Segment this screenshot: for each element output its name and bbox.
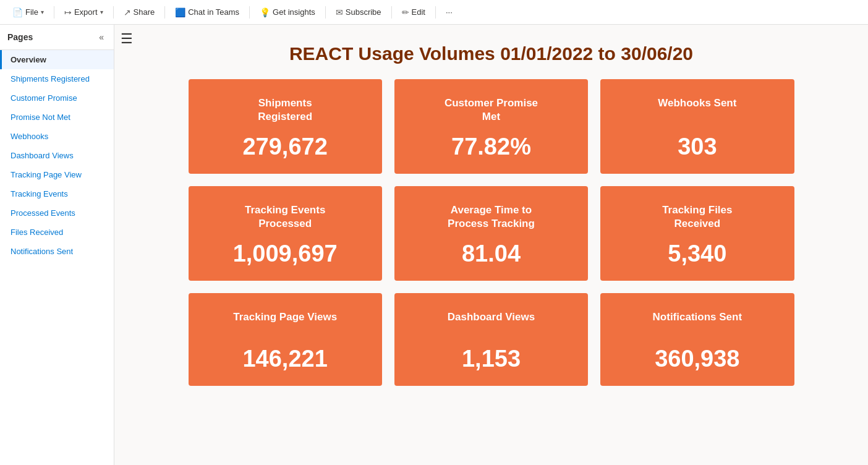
export-icon: ↦ bbox=[64, 7, 72, 17]
teams-icon: 🟦 bbox=[175, 7, 185, 17]
kpi-label-notifications-sent: Notifications Sent bbox=[653, 310, 742, 324]
export-chevron-icon: ▾ bbox=[100, 9, 103, 15]
divider-3 bbox=[164, 6, 165, 19]
kpi-card-webhooks-sent: Webhooks Sent 303 bbox=[600, 79, 794, 174]
edit-icon: ✏ bbox=[402, 7, 409, 17]
sidebar-title: Pages bbox=[7, 32, 33, 42]
kpi-value-notifications-sent: 360,938 bbox=[655, 346, 739, 372]
edit-label: Edit bbox=[412, 7, 425, 17]
sidebar-item-notifications-sent[interactable]: Notifications Sent bbox=[0, 242, 114, 261]
kpi-label-dashboard-views: Dashboard Views bbox=[448, 310, 535, 324]
sidebar-item-customer-promise[interactable]: Customer Promise bbox=[0, 88, 114, 108]
kpi-card-tracking-events-processed: Tracking EventsProcessed 1,009,697 bbox=[189, 186, 382, 281]
kpi-label-tracking-files-received: Tracking FilesReceived bbox=[662, 203, 732, 231]
share-label: Share bbox=[134, 7, 155, 17]
kpi-value-shipments-registered: 279,672 bbox=[242, 134, 327, 160]
kpi-value-tracking-files-received: 5,340 bbox=[668, 241, 726, 267]
kpi-value-customer-promise-met: 77.82% bbox=[451, 134, 531, 160]
kpi-label-webhooks-sent: Webhooks Sent bbox=[658, 96, 736, 110]
divider-2 bbox=[113, 6, 114, 19]
kpi-card-avg-time-process: Average Time toProcess Tracking 81.04 bbox=[394, 186, 588, 281]
kpi-value-tracking-events-processed: 1,009,697 bbox=[233, 241, 338, 267]
subscribe-button[interactable]: ✉ Subscribe bbox=[331, 5, 386, 20]
file-icon: 📄 bbox=[12, 7, 23, 17]
hamburger-button[interactable]: ☰ bbox=[121, 31, 133, 47]
kpi-grid: ShipmentsRegistered 279,672 Customer Pro… bbox=[189, 79, 794, 386]
insights-icon: 💡 bbox=[260, 7, 270, 17]
divider-7 bbox=[435, 6, 436, 19]
sidebar-item-dashboard-views[interactable]: Dashboard Views bbox=[0, 146, 114, 165]
sidebar-collapse-button[interactable]: « bbox=[96, 31, 106, 43]
sidebar-item-files-received[interactable]: Files Received bbox=[0, 223, 114, 242]
share-button[interactable]: ↗ Share bbox=[119, 5, 160, 20]
sidebar-item-shipments-registered[interactable]: Shipments Registered bbox=[0, 69, 114, 88]
divider-1 bbox=[54, 6, 54, 19]
toolbar: 📄 File ▾ ↦ Export ▾ ↗ Share 🟦 Chat in Te… bbox=[0, 0, 868, 25]
kpi-card-shipments-registered: ShipmentsRegistered 279,672 bbox=[189, 79, 382, 174]
export-label: Export bbox=[74, 7, 98, 17]
sidebar-item-webhooks[interactable]: Webhooks bbox=[0, 127, 114, 146]
sidebar-item-promise-not-met[interactable]: Promise Not Met bbox=[0, 108, 114, 127]
sidebar-item-tracking-page-view[interactable]: Tracking Page View bbox=[0, 165, 114, 184]
kpi-label-tracking-page-views: Tracking Page Views bbox=[233, 310, 337, 324]
chat-teams-button[interactable]: 🟦 Chat in Teams bbox=[170, 5, 244, 20]
file-label: File bbox=[25, 7, 38, 17]
kpi-card-dashboard-views: Dashboard Views 1,153 bbox=[394, 293, 588, 386]
kpi-value-tracking-page-views: 146,221 bbox=[242, 346, 327, 372]
kpi-label-customer-promise-met: Customer PromiseMet bbox=[445, 96, 538, 124]
sidebar-item-overview[interactable]: Overview bbox=[0, 50, 114, 69]
divider-4 bbox=[249, 6, 250, 19]
more-button[interactable]: ··· bbox=[441, 5, 457, 19]
kpi-value-avg-time-process: 81.04 bbox=[462, 241, 521, 267]
file-button[interactable]: 📄 File ▾ bbox=[7, 5, 49, 20]
subscribe-icon: ✉ bbox=[336, 7, 343, 17]
kpi-label-shipments-registered: ShipmentsRegistered bbox=[258, 96, 312, 124]
more-label: ··· bbox=[446, 7, 453, 17]
sidebar-header: Pages « bbox=[0, 25, 114, 50]
kpi-value-webhooks-sent: 303 bbox=[678, 134, 717, 160]
file-chevron-icon: ▾ bbox=[41, 9, 44, 15]
kpi-card-customer-promise-met: Customer PromiseMet 77.82% bbox=[394, 79, 588, 174]
divider-5 bbox=[325, 6, 326, 19]
insights-label: Get insights bbox=[273, 7, 315, 17]
page-title: REACT Usage Volumes 01/01/2022 to 30/06/… bbox=[133, 43, 849, 64]
sidebar-item-processed-events[interactable]: Processed Events bbox=[0, 203, 114, 223]
share-icon: ↗ bbox=[124, 7, 131, 17]
edit-button[interactable]: ✏ Edit bbox=[397, 5, 430, 20]
subscribe-label: Subscribe bbox=[346, 7, 381, 17]
kpi-label-tracking-events-processed: Tracking EventsProcessed bbox=[245, 203, 325, 231]
kpi-value-dashboard-views: 1,153 bbox=[462, 346, 521, 372]
export-button[interactable]: ↦ Export ▾ bbox=[59, 5, 108, 20]
chat-teams-label: Chat in Teams bbox=[188, 7, 239, 17]
main-layout: Pages « Overview Shipments Registered Cu… bbox=[0, 25, 868, 465]
sidebar: Pages « Overview Shipments Registered Cu… bbox=[0, 25, 114, 465]
kpi-card-notifications-sent: Notifications Sent 360,938 bbox=[600, 293, 794, 386]
kpi-card-tracking-page-views: Tracking Page Views 146,221 bbox=[189, 293, 382, 386]
kpi-label-avg-time-process: Average Time toProcess Tracking bbox=[448, 203, 535, 231]
content-area: ☰ REACT Usage Volumes 01/01/2022 to 30/0… bbox=[114, 25, 868, 465]
insights-button[interactable]: 💡 Get insights bbox=[255, 5, 320, 20]
divider-6 bbox=[391, 6, 392, 19]
kpi-card-tracking-files-received: Tracking FilesReceived 5,340 bbox=[600, 186, 794, 281]
sidebar-item-tracking-events[interactable]: Tracking Events bbox=[0, 184, 114, 203]
